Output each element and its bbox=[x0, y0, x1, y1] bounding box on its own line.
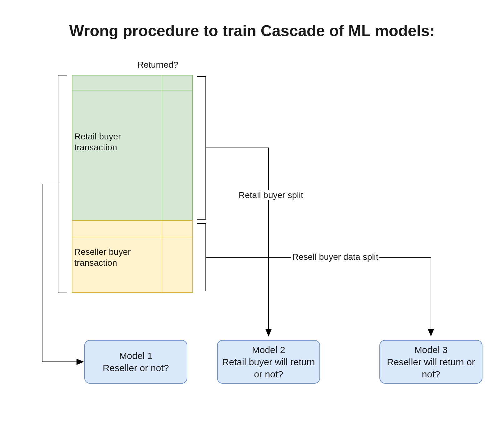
model-1-box: Model 1 Reseller or not? bbox=[84, 340, 187, 384]
diagram-title: Wrong procedure to train Cascade of ML m… bbox=[0, 22, 504, 40]
edge-label-resell-split: Resell buyer data split bbox=[291, 252, 379, 262]
right-bracket-reseller bbox=[197, 223, 206, 291]
right-bracket-retail bbox=[197, 76, 206, 220]
retail-header-cell-right bbox=[162, 75, 193, 90]
retail-label: Retail buyer transaction bbox=[74, 131, 121, 153]
reseller-body-cell-right bbox=[162, 237, 193, 293]
left-bracket bbox=[58, 75, 67, 293]
reseller-header-cell-right bbox=[162, 220, 193, 237]
model-3-box: Model 3 Reseller will return or not? bbox=[379, 340, 482, 384]
reseller-label: Reseller buyer transaction bbox=[74, 246, 131, 268]
model-2-box: Model 2 Retail buyer will return or not? bbox=[217, 340, 320, 384]
retail-header-cell-left bbox=[72, 75, 162, 90]
retail-body-cell-right bbox=[162, 90, 193, 221]
diagram-canvas: Wrong procedure to train Cascade of ML m… bbox=[0, 0, 504, 422]
edge-label-retail-split: Retail buyer split bbox=[237, 190, 304, 200]
reseller-header-cell-left bbox=[72, 220, 162, 237]
column-header-returned: Returned? bbox=[137, 59, 178, 70]
retail-body-cell-left bbox=[72, 90, 162, 221]
